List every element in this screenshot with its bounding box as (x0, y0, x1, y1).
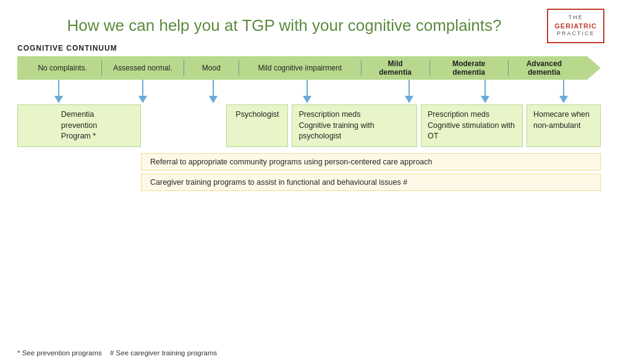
footer-note1: * See prevention programs (17, 349, 102, 357)
card-advanced: Homecare when non-ambulant (527, 104, 601, 147)
footer: * See prevention programs # See caregive… (17, 349, 223, 357)
card-psychologist: Psychologist (226, 104, 288, 147)
continuum-item-4: Milddementia (362, 59, 430, 77)
continuum-item-5: Moderatedementia (430, 59, 508, 77)
arrow-line-6 (559, 80, 568, 103)
continuum-bar: No complaints. Assessed normal. Mood Mil… (17, 56, 601, 80)
arrow-head-5 (481, 96, 489, 103)
arrow-head-2 (209, 96, 218, 103)
continuum-items: No complaints. Assessed normal. Mood Mil… (23, 56, 593, 80)
card-mci-text: Prescription medsCognitive training with… (298, 109, 410, 142)
spacer-mood (145, 104, 222, 147)
arrow-line-5 (481, 80, 489, 103)
arrow-head-0 (54, 96, 63, 103)
card-mci: Prescription medsCognitive training with… (292, 104, 417, 147)
card-moderate-text: Prescription medsCognitive stimulation w… (428, 109, 516, 142)
arrow-head-1 (138, 96, 147, 103)
section-label: COGNITIVE CONTINUUM (17, 44, 601, 53)
arrow-col-5 (444, 80, 527, 103)
arrow-line-4 (405, 80, 413, 103)
caregiver-box-text: Caregiver training programs to assist in… (150, 178, 407, 187)
arrow-head-3 (303, 96, 311, 103)
logo-line2: GERIATRIC (554, 22, 597, 30)
arrow-col-3 (240, 80, 373, 103)
card-prevention: DementiapreventionProgram * (17, 104, 141, 147)
continuum-item-6: Advanceddementia (509, 59, 593, 77)
community-box-text: Referral to appropriate community progra… (150, 158, 432, 166)
arrow-stem-1 (142, 80, 143, 96)
arrow-stem-2 (213, 80, 214, 96)
logo-line1: THE (554, 14, 597, 22)
arrow-stem-3 (307, 80, 308, 96)
arrow-stem-4 (408, 80, 410, 96)
card-psychologist-text: Psychologist (235, 109, 279, 121)
continuum-item-1: Assessed normal. (102, 64, 184, 72)
continuum-item-2: Mood (184, 64, 239, 72)
arrow-col-2 (185, 80, 240, 103)
page: THE GERIATRIC PRACTICE How we can help y… (0, 0, 618, 364)
caregiver-box: Caregiver training programs to assist in… (141, 174, 601, 191)
community-box: Referral to appropriate community progra… (141, 153, 601, 171)
card-advanced-text: Homecare when non-ambulant (533, 109, 594, 131)
arrow-col-4 (374, 80, 444, 103)
card-prevention-text: DementiapreventionProgram * (61, 109, 97, 142)
continuum-item-3: Mild cognitive impairment (239, 64, 361, 72)
info-boxes: Referral to appropriate community progra… (141, 153, 601, 191)
footer-note2: # See caregiver training programs (110, 349, 217, 357)
arrow-col-6 (527, 80, 601, 103)
arrows-row (17, 80, 601, 103)
page-title: How we can help you at TGP with your cog… (17, 16, 601, 35)
arrow-stem-6 (563, 80, 564, 96)
arrow-stem-0 (58, 80, 59, 96)
arrow-col-1 (99, 80, 185, 103)
card-moderate: Prescription medsCognitive stimulation w… (421, 104, 523, 147)
arrow-line-3 (303, 80, 311, 103)
continuum-item-0: No complaints. (23, 64, 101, 72)
arrow-line-1 (138, 80, 147, 103)
arrow-head-4 (405, 96, 413, 103)
logo-line3: PRACTICE (554, 30, 597, 38)
arrow-head-6 (559, 96, 568, 103)
cards-row: DementiapreventionProgram * Psychologist… (17, 104, 601, 147)
arrow-line-0 (54, 80, 63, 103)
arrow-col-0 (17, 80, 99, 103)
arrow-stem-5 (485, 80, 486, 96)
logo: THE GERIATRIC PRACTICE (547, 9, 604, 43)
arrow-line-2 (209, 80, 218, 103)
